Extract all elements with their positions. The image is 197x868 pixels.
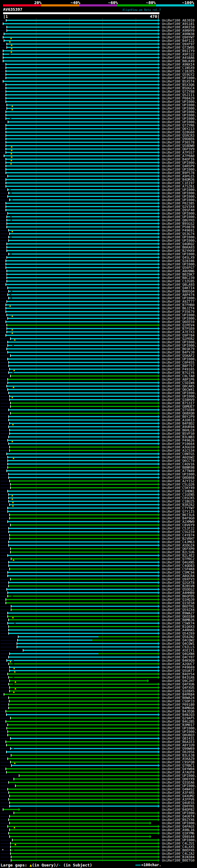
alignment-start-tick bbox=[11, 558, 11, 560]
direction-arrow-icon bbox=[158, 317, 160, 320]
subject-leader-left bbox=[1, 241, 9, 241]
direction-arrow-icon bbox=[158, 249, 160, 252]
hit-bar bbox=[8, 467, 158, 468]
hit-bar bbox=[9, 362, 158, 363]
alignment-start-tick bbox=[7, 456, 8, 459]
hit-label[interactable]: UniRef100_B0ETG0 bbox=[162, 859, 195, 862]
subject-leader-right bbox=[160, 843, 161, 844]
direction-arrow-icon bbox=[158, 625, 160, 628]
direction-arrow-icon bbox=[158, 727, 160, 730]
hit-bar bbox=[14, 778, 158, 780]
subject-leader-right bbox=[160, 329, 161, 329]
subject-leader-left bbox=[1, 840, 12, 840]
alignment-gap-mark bbox=[12, 748, 14, 749]
hit-bar bbox=[6, 125, 158, 126]
direction-arrow-icon bbox=[158, 554, 160, 557]
alignment-gap-mark bbox=[14, 623, 16, 623]
subject-leader-left bbox=[1, 322, 6, 322]
subject-leader-right bbox=[160, 467, 161, 468]
subject-leader-right bbox=[160, 501, 161, 502]
alignment-start-tick bbox=[3, 56, 3, 59]
alignment-start-tick bbox=[5, 73, 6, 76]
subject-leader-right bbox=[160, 633, 161, 634]
subject-leader-left bbox=[1, 176, 8, 177]
alignment-start-tick bbox=[10, 548, 11, 550]
subject-leader-right bbox=[160, 241, 161, 241]
alignment-start-tick bbox=[8, 415, 9, 418]
hit-bar bbox=[9, 802, 158, 803]
direction-arrow-icon bbox=[158, 737, 160, 740]
subject-leader-left bbox=[1, 352, 8, 352]
hit-bar bbox=[9, 480, 158, 482]
alignment-gap-mark bbox=[10, 118, 11, 119]
direction-arrow-icon bbox=[158, 225, 160, 228]
subject-leader-left bbox=[1, 742, 6, 742]
subject-leader-left bbox=[1, 440, 8, 441]
alignment-start-tick bbox=[9, 537, 10, 540]
alignment-start-tick bbox=[6, 270, 7, 272]
subject-leader-right bbox=[160, 596, 161, 596]
subject-leader-right bbox=[160, 644, 161, 644]
hit-bar bbox=[11, 856, 158, 858]
alignment-gap-mark bbox=[12, 677, 14, 678]
hit-bar bbox=[7, 43, 158, 45]
direction-arrow-icon bbox=[158, 381, 160, 384]
subject-leader-left bbox=[1, 515, 9, 515]
direction-arrow-icon bbox=[158, 422, 160, 425]
direction-arrow-icon bbox=[158, 469, 160, 472]
subject-leader-left bbox=[1, 325, 7, 326]
hit-bar bbox=[7, 324, 158, 326]
direction-arrow-icon bbox=[158, 415, 160, 418]
subject-leader-right bbox=[160, 119, 161, 119]
hit-bar bbox=[9, 704, 158, 705]
subject-leader-right bbox=[160, 413, 161, 413]
alignment-start-tick bbox=[6, 226, 7, 228]
alignment-start-tick bbox=[8, 541, 9, 543]
subject-leader-right bbox=[160, 159, 161, 159]
alignment-start-tick bbox=[6, 331, 7, 333]
direction-arrow-icon bbox=[158, 540, 160, 544]
hit-bar bbox=[9, 565, 158, 566]
hit-bar bbox=[3, 37, 158, 38]
subject-leader-right bbox=[160, 152, 161, 153]
hit-bar bbox=[9, 538, 158, 539]
direction-arrow-icon bbox=[158, 368, 160, 371]
subject-leader-left bbox=[1, 501, 9, 502]
subject-leader-right bbox=[160, 552, 161, 552]
alignment-start-tick bbox=[17, 646, 17, 648]
hit-bar bbox=[9, 816, 158, 817]
hit-bar bbox=[9, 663, 158, 664]
alignment-start-tick bbox=[6, 273, 7, 276]
direction-arrow-icon bbox=[158, 750, 160, 753]
alignment-start-tick bbox=[9, 805, 10, 807]
direction-arrow-icon bbox=[158, 130, 160, 134]
alignment-start-tick bbox=[5, 134, 6, 137]
subject-leader-right bbox=[160, 366, 161, 366]
subject-leader-left bbox=[1, 366, 9, 366]
direction-arrow-icon bbox=[150, 822, 152, 825]
direction-arrow-icon bbox=[158, 608, 160, 611]
subject-leader-left bbox=[1, 122, 8, 122]
subject-leader-left bbox=[1, 637, 18, 637]
subject-leader-right bbox=[160, 78, 161, 78]
direction-arrow-icon bbox=[158, 49, 160, 52]
direction-arrow-icon bbox=[158, 740, 160, 743]
subject-leader-right bbox=[160, 88, 161, 88]
subject-leader-left bbox=[1, 284, 6, 285]
direction-arrow-icon bbox=[158, 493, 160, 496]
subject-leader-left bbox=[1, 650, 23, 651]
subject-leader-right bbox=[160, 390, 161, 390]
alignment-row[interactable]: UniRef100_B0ETG0 bbox=[0, 859, 197, 862]
direction-arrow-icon bbox=[158, 63, 160, 66]
direction-arrow-icon bbox=[158, 706, 160, 709]
hit-bar bbox=[10, 853, 158, 854]
hit-bar bbox=[9, 836, 150, 837]
alignment-start-tick bbox=[9, 398, 10, 401]
subject-leader-right bbox=[160, 471, 161, 471]
alignment-start-tick bbox=[19, 774, 20, 777]
ruler-end-label: 470| bbox=[150, 14, 159, 19]
scale-label: 20% bbox=[34, 0, 41, 5]
hit-bar bbox=[17, 643, 158, 644]
subject-leader-right bbox=[160, 339, 161, 339]
alignment-start-tick bbox=[5, 148, 6, 150]
